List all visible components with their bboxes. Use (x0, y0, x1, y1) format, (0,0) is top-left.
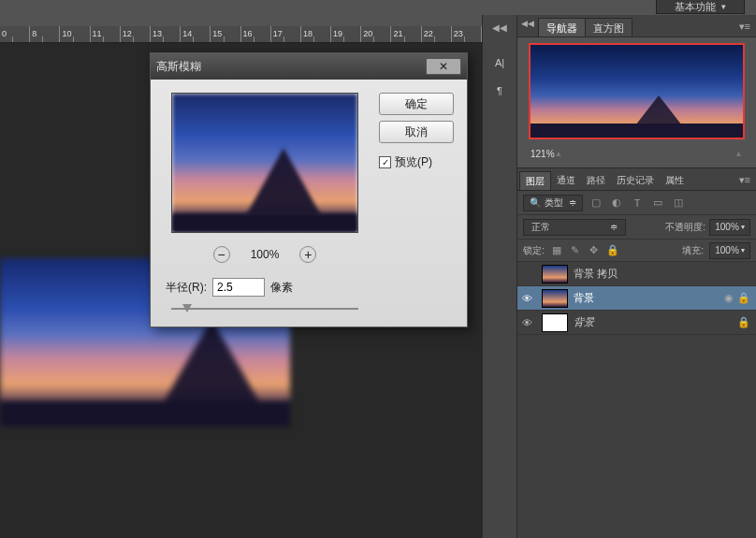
right-dock: ◀◀ A| ¶ ◀◀ 导航器 直方图 ▾≡ 121% ▲ ▲ 图层 通道 (482, 15, 756, 538)
tab-histogram[interactable]: 直方图 (585, 18, 632, 36)
ruler-tick: 20 (361, 26, 391, 42)
layer-list: 👁背景 拷贝👁背景◉🔒👁背景🔒 (517, 262, 756, 538)
zoom-in-button[interactable]: + (299, 246, 316, 263)
ruler-tick: 12 (121, 26, 151, 42)
workspace-switcher[interactable]: 基本功能 ▾ (656, 0, 745, 14)
horizontal-ruler: 081011121314151617181920212223 (0, 26, 482, 43)
radius-input[interactable] (212, 278, 265, 297)
preview-checkbox-label: 预览(P) (395, 154, 432, 170)
opacity-label: 不透明度: (665, 221, 705, 234)
zoom-in-icon[interactable]: ▲ (734, 149, 743, 158)
ruler-tick: 22 (422, 26, 452, 42)
blur-preview[interactable] (171, 93, 358, 233)
layer-thumbnail[interactable] (542, 313, 568, 332)
layer-thumbnail[interactable] (542, 289, 568, 308)
workspace-label: 基本功能 (675, 0, 716, 14)
panel-menu-icon[interactable]: ▾≡ (739, 174, 750, 186)
lock-position-icon[interactable]: ✥ (588, 244, 601, 256)
ruler-tick: 10 (60, 26, 90, 42)
ruler-tick: 11 (91, 26, 121, 42)
lock-transparency-icon[interactable]: ▦ (550, 244, 563, 256)
lock-icon: 🔒 (737, 316, 750, 328)
search-icon: 🔍 (530, 197, 541, 208)
layer-row[interactable]: 👁背景🔒 (517, 311, 756, 335)
dialog-titlebar[interactable]: 高斯模糊 ✕ (151, 53, 467, 80)
layer-row[interactable]: 👁背景 拷贝 (517, 262, 756, 286)
lock-pixels-icon[interactable]: ✎ (569, 244, 582, 256)
layer-name: 背景 拷贝 (574, 267, 750, 281)
gaussian-blur-dialog: 高斯模糊 ✕ − 100% + 半径(R): 像素 确定 取消 (150, 52, 468, 327)
close-icon: ✕ (439, 60, 448, 73)
navigator-thumbnail[interactable] (529, 43, 745, 139)
chevron-down-icon: ≑ (569, 197, 576, 208)
tab-history[interactable]: 历史记录 (611, 171, 660, 190)
dialog-title: 高斯模糊 (156, 59, 201, 75)
ruler-tick: 19 (331, 26, 361, 42)
close-button[interactable]: ✕ (426, 58, 461, 75)
filter-shape-icon[interactable]: ▭ (650, 196, 665, 211)
layer-kind-filter[interactable]: 🔍 类型 ≑ (523, 195, 583, 211)
radius-label: 半径(R): (166, 280, 207, 296)
lock-all-icon[interactable]: 🔒 (606, 244, 619, 256)
zoom-out-icon[interactable]: ▲ (555, 149, 563, 158)
filter-pixel-icon[interactable]: ▢ (589, 196, 603, 211)
layer-lock-bar: 锁定: ▦ ✎ ✥ 🔒 填充: 100%▾ (517, 240, 756, 262)
filter-adjustment-icon[interactable]: ◐ (609, 196, 624, 211)
layer-thumbnail[interactable] (542, 265, 568, 284)
navigator-body: 121% ▲ ▲ (517, 37, 756, 168)
layer-blend-bar: 正常 ≑ 不透明度: 100%▾ (517, 215, 756, 240)
character-panel-icon[interactable]: A| (488, 51, 511, 74)
opacity-value[interactable]: 100%▾ (709, 219, 750, 236)
panel-stack: ◀◀ 导航器 直方图 ▾≡ 121% ▲ ▲ 图层 通道 路径 历史记录 属性 … (517, 15, 756, 538)
tab-paths[interactable]: 路径 (581, 171, 611, 190)
layer-row[interactable]: 👁背景◉🔒 (517, 286, 756, 311)
fill-label: 填充: (682, 244, 704, 257)
navigator-tab-bar: ◀◀ 导航器 直方图 ▾≡ (517, 15, 756, 37)
ruler-tick: 13 (151, 26, 181, 42)
tab-navigator[interactable]: 导航器 (538, 18, 586, 36)
chevron-down-icon: ▾ (721, 2, 726, 11)
navigator-zoom-value: 121% (531, 149, 555, 159)
preview-checkbox[interactable]: ✓ (379, 156, 391, 168)
ruler-tick: 23 (452, 26, 482, 42)
layer-effects-icon[interactable]: ◉ (724, 292, 734, 304)
filter-type-icon[interactable]: T (630, 196, 645, 211)
layers-tab-bar: 图层 通道 路径 历史记录 属性 ▾≡ (517, 168, 756, 191)
ok-button[interactable]: 确定 (379, 93, 454, 115)
navigator-zoom-slider[interactable] (573, 150, 726, 157)
ruler-tick: 0 (0, 26, 30, 42)
blend-mode-dropdown[interactable]: 正常 ≑ (523, 219, 626, 236)
filter-smartobject-icon[interactable]: ◫ (671, 196, 686, 211)
radius-unit: 像素 (270, 280, 293, 296)
ruler-tick: 8 (30, 26, 60, 42)
panel-menu-icon[interactable]: ▾≡ (739, 21, 750, 33)
radius-slider[interactable] (171, 304, 358, 313)
lock-label: 锁定: (523, 244, 545, 257)
ruler-tick: 18 (301, 26, 331, 42)
ruler-tick: 16 (241, 26, 271, 42)
slider-knob[interactable] (182, 304, 192, 313)
preview-zoom-value: 100% (251, 248, 280, 261)
visibility-toggle[interactable]: 👁 (517, 293, 536, 304)
collapse-arrow-icon[interactable]: ◀◀ (492, 22, 507, 33)
cancel-button[interactable]: 取消 (379, 121, 454, 143)
lock-icon: 🔒 (737, 292, 750, 304)
layer-name: 背景 (574, 315, 737, 329)
dock-icon-strip: ◀◀ A| ¶ (482, 15, 517, 538)
paragraph-panel-icon[interactable]: ¶ (488, 80, 511, 102)
ruler-tick: 14 (181, 26, 211, 42)
layer-name: 背景 (574, 291, 724, 305)
tab-channels[interactable]: 通道 (551, 171, 581, 190)
chevron-down-icon: ≑ (610, 222, 618, 232)
fill-value[interactable]: 100%▾ (709, 242, 750, 259)
ruler-tick: 15 (211, 26, 240, 42)
visibility-toggle[interactable]: 👁 (517, 317, 536, 328)
zoom-out-button[interactable]: − (213, 246, 230, 263)
ruler-tick: 21 (391, 26, 421, 42)
tab-layers[interactable]: 图层 (519, 171, 551, 190)
collapse-arrow-icon[interactable]: ◀◀ (521, 19, 534, 28)
layer-filter-bar: 🔍 类型 ≑ ▢ ◐ T ▭ ◫ (517, 191, 756, 215)
ruler-tick: 17 (271, 26, 301, 42)
tab-properties[interactable]: 属性 (660, 171, 690, 190)
